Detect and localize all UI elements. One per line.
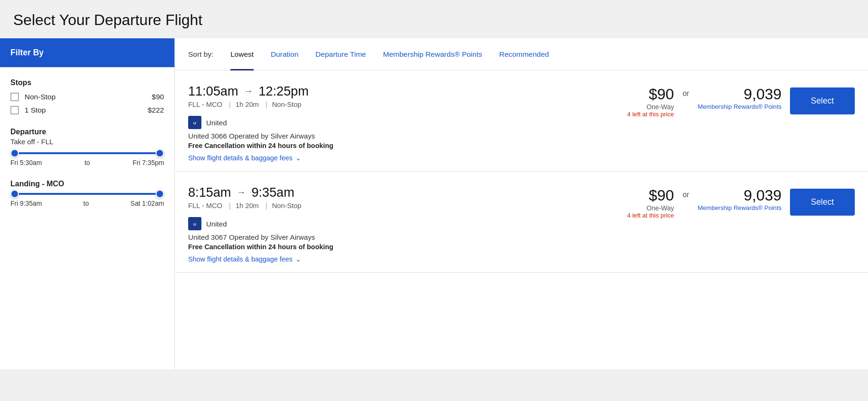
points-block-1: 9,039 Membership Rewards® Points (698, 187, 781, 211)
price-amount-1: $90 (627, 187, 674, 204)
points-amount-1: 9,039 (698, 187, 781, 204)
flight-duration-1: 1h 20m (235, 202, 259, 209)
flight-card-right-1: $90 One-Way 4 left at this price or 9,03… (627, 185, 855, 219)
sort-bar: Sort by: Lowest Duration Departure Time … (175, 38, 868, 70)
departure-to-label: to (85, 159, 90, 166)
select-button-1[interactable]: Select (790, 189, 855, 216)
flight-stops-0: Non-Stop (272, 101, 301, 108)
flight-card: 8:15am → 9:35am FLL - MCO | 1h 20m | Non… (175, 172, 868, 273)
price-block-1: $90 One-Way 4 left at this price (627, 187, 674, 219)
united-logo-icon-0: U (190, 119, 200, 126)
departure-to: Fri 7:35pm (133, 159, 164, 166)
flight-arrive-time-0: 12:25pm (259, 84, 309, 99)
flight-info-row-1: FLL - MCO | 1h 20m | Non-Stop (188, 202, 627, 209)
points-label-0: Membership Rewards® Points (698, 103, 781, 110)
nonstop-price: $90 (152, 93, 164, 101)
airline-row-1: U United (188, 217, 627, 230)
flight-duration-0: 1h 20m (235, 101, 259, 108)
departure-filter: Departure Take off - FLL Fri 5:30am to F… (10, 128, 164, 166)
chevron-down-icon-0: ⌄ (295, 154, 301, 162)
departure-title: Departure (10, 128, 164, 136)
pipe-1: | (229, 202, 231, 209)
sort-tab-membership-points[interactable]: Membership Rewards® Points (374, 38, 491, 70)
chevron-down-icon-1: ⌄ (295, 255, 301, 263)
nonstop-checkbox[interactable] (10, 93, 19, 101)
departure-slider-left[interactable] (10, 149, 19, 157)
onestop-checkbox[interactable] (10, 106, 19, 114)
pipe2-0: | (265, 101, 267, 108)
pipe2-1: | (265, 202, 267, 209)
main-content: Sort by: Lowest Duration Departure Time … (175, 38, 868, 369)
flight-arrive-time-1: 9:35am (252, 185, 295, 200)
landing-to: Sat 1:02am (130, 200, 164, 207)
price-block-0: $90 One-Way 4 left at this price (627, 86, 674, 118)
flight-route-0: FLL - MCO (188, 101, 222, 108)
flight-stops-1: Non-Stop (272, 202, 301, 209)
flight-info-row-0: FLL - MCO | 1h 20m | Non-Stop (188, 101, 627, 108)
landing-slider[interactable] (10, 193, 164, 195)
flight-card-right-0: $90 One-Way 4 left at this price or 9,03… (627, 84, 855, 118)
landing-slider-right[interactable] (156, 190, 164, 198)
free-cancel-0: Free Cancellation within 24 hours of boo… (188, 142, 627, 149)
stops-filter: Stops Non-Stop $90 1 Stop $222 (10, 78, 164, 114)
flight-route-1: FLL - MCO (188, 202, 222, 209)
price-amount-0: $90 (627, 86, 674, 103)
flight-card-left-0: 11:05am → 12:25pm FLL - MCO | 1h 20m | N… (188, 84, 627, 162)
svg-text:U: U (193, 121, 196, 125)
nonstop-label: Non-Stop (25, 93, 152, 101)
arrow-icon-0: → (244, 86, 253, 96)
airline-logo-1: U (188, 217, 201, 230)
points-block-0: 9,039 Membership Rewards® Points (698, 86, 781, 110)
price-alert-0: 4 left at this price (627, 111, 674, 118)
airline-row-0: U United (188, 116, 627, 129)
show-details-btn-1[interactable]: Show flight details & baggage fees ⌄ (188, 255, 301, 263)
departure-from: Fri 5:30am (10, 159, 42, 166)
sort-tab-departure-time[interactable]: Departure Time (307, 38, 374, 70)
airline-name-1: United (206, 220, 227, 228)
svg-text:U: U (193, 222, 196, 227)
or-label-0: or (683, 86, 689, 98)
filter-header: Filter By (0, 38, 174, 67)
flight-time-row-0: 11:05am → 12:25pm (188, 84, 627, 99)
flight-time-row-1: 8:15am → 9:35am (188, 185, 627, 200)
landing-to-label: to (83, 200, 89, 207)
sort-tab-recommended[interactable]: Recommended (491, 38, 557, 70)
filter-sidebar: Filter By Stops Non-Stop $90 1 Stop $222… (0, 38, 175, 369)
sort-tab-lowest[interactable]: Lowest (222, 38, 262, 70)
free-cancel-1: Free Cancellation within 24 hours of boo… (188, 243, 627, 251)
price-alert-1: 4 left at this price (627, 212, 674, 219)
landing-filter: Landing - MCO Fri 9:35am to Sat 1:02am (10, 180, 164, 207)
airline-logo-0: U (188, 116, 201, 129)
sort-label: Sort by: (188, 50, 213, 59)
flight-number-1: United 3067 Operated by Silver Airways (188, 233, 627, 241)
price-way-0: One-Way (627, 103, 674, 111)
flight-list: 11:05am → 12:25pm FLL - MCO | 1h 20m | N… (175, 70, 868, 273)
flight-number-0: United 3066 Operated by Silver Airways (188, 132, 627, 140)
or-label-1: or (683, 187, 689, 199)
page-title: Select Your Departure Flight (0, 0, 868, 38)
select-button-0[interactable]: Select (790, 87, 855, 114)
landing-from: Fri 9:35am (10, 200, 42, 207)
stops-title: Stops (10, 78, 164, 87)
show-details-label-0: Show flight details & baggage fees (188, 154, 293, 162)
flight-card: 11:05am → 12:25pm FLL - MCO | 1h 20m | N… (175, 70, 868, 172)
departure-slider[interactable] (10, 152, 164, 154)
price-way-1: One-Way (627, 204, 674, 212)
departure-slider-right[interactable] (156, 149, 164, 157)
flight-card-left-1: 8:15am → 9:35am FLL - MCO | 1h 20m | Non… (188, 185, 627, 263)
flight-depart-time-0: 11:05am (188, 84, 238, 99)
show-details-label-1: Show flight details & baggage fees (188, 255, 293, 263)
points-label-1: Membership Rewards® Points (698, 204, 781, 211)
pipe-0: | (229, 101, 231, 108)
onestop-label: 1 Stop (25, 106, 148, 114)
arrow-icon-1: → (237, 187, 246, 198)
onestop-row: 1 Stop $222 (10, 106, 164, 114)
landing-title: Landing - MCO (10, 180, 164, 188)
points-amount-0: 9,039 (698, 86, 781, 103)
sort-tab-duration[interactable]: Duration (262, 38, 307, 70)
landing-slider-left[interactable] (10, 190, 19, 198)
takeoff-sub: Take off - FLL (10, 138, 164, 146)
show-details-btn-0[interactable]: Show flight details & baggage fees ⌄ (188, 154, 301, 162)
united-logo-icon-1: U (190, 220, 200, 227)
flight-depart-time-1: 8:15am (188, 185, 231, 200)
